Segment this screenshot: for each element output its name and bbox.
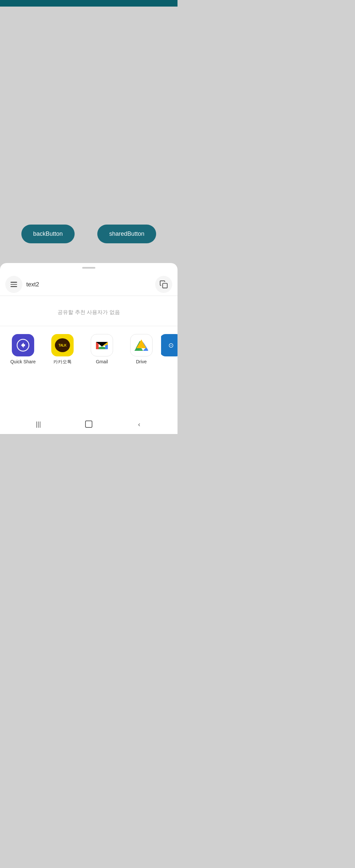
drive-label: Drive bbox=[136, 359, 147, 364]
gmail-label: Gmail bbox=[96, 359, 108, 364]
shared-button[interactable]: sharedButton bbox=[97, 224, 156, 243]
app-item-drive[interactable]: Drive bbox=[122, 334, 161, 364]
other-icon: ⊙ bbox=[161, 334, 178, 356]
quick-share-icon bbox=[12, 334, 34, 356]
menu-button[interactable] bbox=[5, 276, 22, 293]
no-recommend-text: 공유할 추천 사용자가 없음 bbox=[0, 296, 178, 326]
kakao-label: 카카오톡 bbox=[53, 359, 72, 365]
app-item-other[interactable]: ⊙ bbox=[161, 334, 178, 356]
app-item-gmail[interactable]: Gmail bbox=[82, 334, 122, 364]
gmail-icon bbox=[91, 334, 113, 356]
drive-icon bbox=[130, 334, 153, 356]
sheet-header: text2 bbox=[0, 273, 178, 296]
share-sheet: text2 공유할 추천 사용자가 없음 Quick Share bbox=[0, 263, 178, 434]
sheet-title: text2 bbox=[26, 281, 151, 288]
buttons-row: backButton sharedButton bbox=[0, 224, 178, 243]
back-nav-button[interactable]: ‹ bbox=[131, 416, 147, 432]
kakao-icon: TALK bbox=[51, 334, 74, 356]
status-bar bbox=[0, 0, 178, 7]
back-button[interactable]: backButton bbox=[21, 224, 75, 243]
svg-rect-0 bbox=[163, 283, 167, 288]
main-content: backButton sharedButton bbox=[0, 7, 178, 256]
copy-icon bbox=[159, 280, 168, 289]
home-icon bbox=[85, 421, 92, 428]
recent-icon: ||| bbox=[36, 421, 41, 428]
copy-button[interactable] bbox=[155, 276, 172, 293]
app-item-kakao[interactable]: TALK 카카오톡 bbox=[43, 334, 82, 365]
recent-apps-button[interactable]: ||| bbox=[31, 416, 46, 432]
quick-share-label: Quick Share bbox=[10, 359, 35, 364]
sheet-handle bbox=[82, 267, 95, 269]
menu-icon bbox=[10, 282, 17, 287]
app-icons-row: Quick Share TALK 카카오톡 bbox=[0, 326, 178, 370]
nav-bar: ||| ‹ bbox=[0, 414, 178, 434]
home-button[interactable] bbox=[81, 416, 97, 432]
app-item-quick-share[interactable]: Quick Share bbox=[3, 334, 43, 364]
back-nav-icon: ‹ bbox=[138, 421, 140, 428]
